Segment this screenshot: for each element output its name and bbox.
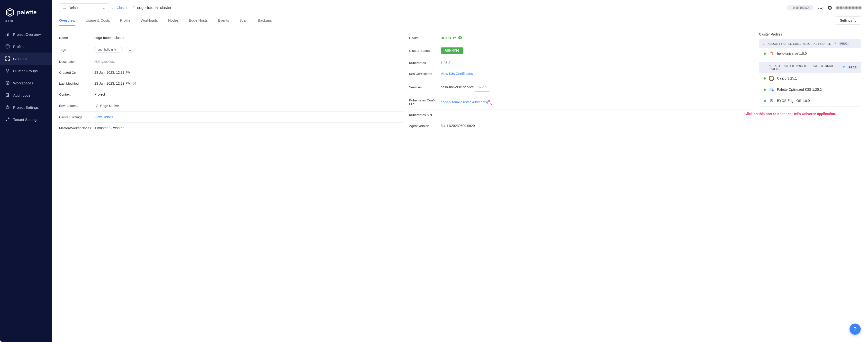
status-badge: RUNNING	[441, 48, 464, 54]
addon-profile-header[interactable]: ⌄ ADDON PROFILE EDGE-TUTORIAL-PROFILE PR…	[759, 39, 861, 48]
profile-item-label: hello-universe 1.0.0	[777, 52, 807, 56]
target-icon	[5, 81, 10, 85]
usage-pill[interactable]: 0.15/100kCh	[787, 5, 813, 10]
value-description: Not specified.	[94, 60, 403, 63]
profile-item[interactable]: hello-universe 1.0.0	[759, 48, 861, 59]
search-doc-icon	[5, 93, 10, 97]
service-name: hello-universe-service	[441, 85, 474, 89]
tab-edge-hosts[interactable]: Edge Hosts	[189, 15, 208, 25]
label-context: Context	[59, 93, 94, 96]
chat-icon[interactable]	[818, 5, 823, 10]
svg-rect-9	[8, 59, 9, 61]
database-icon	[5, 44, 10, 49]
profiles-title: Cluster Profiles	[759, 32, 861, 36]
sidebar-item-project-overview[interactable]: Project Overview	[0, 28, 52, 40]
link-icon	[842, 66, 845, 69]
svg-rect-7	[8, 57, 9, 58]
sidebar-item-tenant-settings[interactable]: Tenant Settings	[0, 113, 52, 126]
main-content: Default ⌄ / Clusters / edge-tutorial-clu…	[52, 0, 868, 342]
byos-icon	[769, 98, 774, 103]
svg-rect-8	[6, 59, 7, 61]
sidebar-item-label: Project Settings	[13, 105, 39, 110]
help-button[interactable]: ?	[849, 323, 861, 335]
proj-badge: PROJ	[847, 66, 858, 69]
check-icon	[458, 36, 462, 40]
user-menu[interactable]: ▼	[836, 6, 861, 9]
value-kubernetes: 1.25.2	[441, 61, 753, 65]
value-nodes: 1 master / 2 worker	[94, 126, 403, 130]
tab-overview[interactable]: Overview	[59, 15, 75, 25]
kubeconfig-link[interactable]: edge-tutorial-cluster.kubeconfig	[441, 100, 488, 104]
crumb-separator: /	[132, 6, 133, 10]
sidebar-item-profiles[interactable]: Profiles	[0, 40, 52, 53]
sidebar-item-cluster-groups[interactable]: Cluster Groups	[0, 65, 52, 77]
svg-point-16	[6, 81, 9, 85]
scope-selector[interactable]: Default ⌄	[59, 3, 109, 12]
tag-more[interactable]: ...	[126, 47, 135, 53]
tag-chip[interactable]: app: hello-univ…	[94, 47, 123, 53]
sidebar-item-workspaces[interactable]: Workspaces	[0, 77, 52, 89]
status-dot-icon	[764, 89, 766, 91]
gear-icon	[5, 105, 10, 110]
sidebar-item-project-settings[interactable]: Project Settings	[0, 101, 52, 113]
svg-rect-23	[63, 6, 66, 9]
svg-rect-18	[6, 93, 8, 97]
star-icon[interactable]	[828, 6, 832, 10]
edge-icon	[94, 103, 98, 108]
logo-text: palette	[17, 9, 37, 16]
info-icon[interactable]	[132, 82, 136, 85]
svg-rect-6	[6, 57, 7, 58]
svg-point-12	[7, 71, 8, 72]
addon-header-text: ADDON PROFILE EDGE-TUTORIAL-PROFILE	[768, 42, 831, 45]
logo-icon	[5, 8, 14, 17]
label-modified: Last Modified	[59, 82, 94, 85]
profile-item[interactable]: BYOS Edge OS 1.0.0	[759, 95, 861, 106]
profile-item[interactable]: Palette Optimized K3S 1.25.2	[759, 84, 861, 95]
tabs: Overview Usage & Costs Profile Workloads…	[52, 15, 868, 26]
svg-point-5	[6, 45, 9, 46]
pack-icon	[769, 51, 774, 56]
tab-backups[interactable]: Backups	[258, 15, 272, 25]
tab-workloads[interactable]: Workloads	[141, 15, 158, 25]
infra-profile-header[interactable]: ⌄ INFRASTRUCTURE PROFILE EDGE-TUTORIAL-P…	[759, 62, 861, 73]
sidebar-item-label: Profiles	[13, 44, 25, 49]
label-cluster-settings: Cluster Settings	[59, 115, 94, 119]
label-status: Cluster Status	[409, 49, 441, 53]
breadcrumb-clusters[interactable]: Clusters	[117, 6, 129, 10]
version: 3.4.48	[0, 19, 52, 28]
profile-item[interactable]: Calico 3.25.1	[759, 73, 861, 84]
label-health: Health	[409, 36, 441, 40]
value-k8s-api: –	[441, 113, 753, 117]
clusters-icon	[5, 56, 10, 61]
tab-events[interactable]: Events	[218, 15, 229, 25]
profile-item-label: BYOS Edge OS 1.0.0	[777, 99, 810, 103]
value-agent: 3.4.11/20230609.0920	[441, 124, 753, 128]
settings-label: Settings	[840, 19, 852, 22]
k3s-icon	[769, 87, 774, 92]
sidebar-item-clusters[interactable]: Clusters	[0, 53, 52, 65]
addon-profile-group: ⌄ ADDON PROFILE EDGE-TUTORIAL-PROFILE PR…	[759, 39, 861, 59]
proj-badge: PROJ	[839, 42, 849, 45]
view-certs-link[interactable]: View K8s Certificates	[441, 72, 473, 76]
calico-icon	[769, 76, 774, 81]
svg-rect-2	[6, 35, 6, 36]
settings-button[interactable]: Settings ⌄	[836, 16, 861, 25]
sidebar-item-audit-logs[interactable]: Audit Logs	[0, 89, 52, 101]
sidebar-item-label: Workspaces	[13, 81, 33, 85]
svg-point-28	[134, 83, 134, 83]
label-description: Description	[59, 60, 94, 63]
svg-rect-3	[7, 34, 8, 36]
maximize-icon	[63, 6, 66, 10]
tab-profile[interactable]: Profile	[120, 15, 131, 25]
logo[interactable]: palette	[0, 5, 52, 19]
tab-nodes[interactable]: Nodes	[168, 15, 179, 25]
tab-scan[interactable]: Scan	[239, 15, 248, 25]
value-context: Project	[94, 92, 403, 96]
label-tags: Tags	[59, 48, 94, 52]
view-details-link[interactable]: View Details	[94, 115, 113, 119]
service-port-link[interactable]: :32292	[475, 83, 489, 91]
panel-cluster-profiles: Cluster Profiles ⌄ ADDON PROFILE EDGE-TU…	[759, 32, 861, 133]
tab-usage-costs[interactable]: Usage & Costs	[86, 15, 110, 25]
panel-cluster-details: Name edge-tutorial-cluster Tags app: hel…	[59, 32, 403, 133]
svg-line-20	[9, 97, 9, 97]
